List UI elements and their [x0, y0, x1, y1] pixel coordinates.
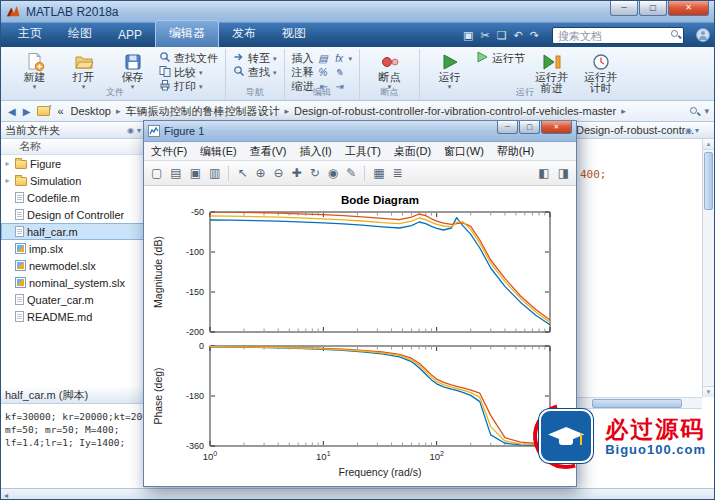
menu-window[interactable]: 窗口(W) [444, 144, 484, 159]
quick-cut-icon[interactable]: ✂ [480, 29, 489, 41]
file-row-nominal-system[interactable]: nominal_system.slx [1, 274, 145, 291]
editor-vertical-scrollbar[interactable]: ▲ ▼ [702, 139, 714, 397]
insert-legend-icon[interactable]: ≣ [393, 166, 403, 180]
figure-title-bar[interactable]: Figure 1 ─ ▢ ✕ [144, 121, 576, 142]
save-figure-icon[interactable]: ▣ [190, 166, 201, 180]
breadcrumb-item-desktop[interactable]: Desktop [69, 105, 113, 117]
expand-icon[interactable]: ▸ [3, 176, 12, 185]
file-row-readme[interactable]: README.md [1, 308, 145, 325]
find-files-button[interactable]: 查找文件 [159, 52, 218, 64]
maximize-button[interactable]: ▢ [639, 1, 667, 16]
comment-icon[interactable]: % [317, 67, 330, 78]
tab-editor[interactable]: 编辑器 [155, 20, 219, 47]
scrollbar-thumb[interactable] [704, 152, 713, 210]
menu-edit[interactable]: 编辑(E) [200, 144, 237, 159]
menu-help[interactable]: 帮助(H) [497, 144, 534, 159]
breadcrumb-collapse[interactable]: « [55, 105, 65, 117]
breakpoints-button[interactable]: 断点 ▾ [367, 50, 412, 90]
breadcrumb-item-project-cn[interactable]: 车辆振动控制的鲁棒控制器设计 [123, 104, 281, 119]
uncomment-icon[interactable]: ✎ [333, 67, 346, 78]
search-icon[interactable] [670, 29, 681, 40]
show-plot-tools-icon[interactable]: ◨ [558, 166, 569, 180]
figure-maximize-button[interactable]: ▢ [519, 121, 540, 134]
tab-home[interactable]: 主页 [5, 21, 55, 47]
brush-data-icon[interactable]: ✎ [346, 166, 356, 180]
figure-close-button[interactable]: ✕ [541, 121, 572, 134]
tab-view[interactable]: 视图 [269, 21, 319, 47]
scroll-down-icon[interactable]: ▼ [703, 386, 714, 397]
up-folder-icon[interactable] [37, 106, 50, 116]
file-row-quater-car[interactable]: Quater_car.m [1, 291, 145, 308]
tab-apps[interactable]: APP [105, 24, 155, 47]
name-column-header[interactable]: 名称 [1, 139, 145, 155]
figure-window[interactable]: Figure 1 ─ ▢ ✕ 文件(F) 编辑(E) 查看(V) 插入(I) 工… [143, 120, 577, 487]
chevron-down-icon[interactable]: ▾ [704, 106, 709, 116]
file-row-half-car[interactable]: half_car.m [1, 223, 145, 240]
search-input[interactable] [552, 27, 684, 44]
status-toggle-icon[interactable]: ◂ [4, 491, 8, 500]
quick-redo-icon[interactable]: ↷ [530, 29, 539, 41]
menu-insert[interactable]: 插入(I) [299, 144, 331, 159]
minimize-button[interactable]: ─ [610, 1, 638, 16]
menu-desktop[interactable]: 桌面(D) [394, 144, 431, 159]
compare-button[interactable]: 比较 ▾ [159, 66, 218, 78]
scroll-up-icon[interactable]: ▲ [703, 139, 714, 150]
insert-button[interactable]: 插入 ▤ fx ▾ [292, 52, 353, 64]
bode-plot: Bode Diagram-50-100-150-200Magnitude (dB… [146, 188, 574, 484]
quick-copy-icon[interactable]: ❏ [497, 29, 507, 41]
panel-menu-icon[interactable]: ◉ [685, 126, 692, 135]
new-figure-icon[interactable]: ▢ [151, 166, 162, 180]
expand-icon[interactable]: ▸ [3, 159, 12, 168]
folder-search-icon[interactable] [689, 106, 700, 117]
menu-view[interactable]: 查看(V) [250, 144, 287, 159]
save-button[interactable]: 保存 ▾ [110, 50, 155, 90]
zoom-in-icon[interactable]: ⊕ [255, 166, 265, 180]
new-script-button[interactable]: 新建 ▾ [12, 50, 57, 90]
forward-icon[interactable]: ▶ [21, 106, 33, 117]
pan-icon[interactable]: ✚ [292, 166, 302, 180]
data-cursor-icon[interactable]: ◉ [328, 166, 338, 180]
breadcrumb-separator: ▸ [621, 106, 626, 116]
figure-minimize-button[interactable]: ─ [497, 121, 518, 134]
quick-undo-icon[interactable]: ↶ [514, 29, 523, 41]
tab-plots[interactable]: 绘图 [55, 21, 105, 47]
comment-button[interactable]: 注释 % ✎ [292, 66, 353, 78]
insert-function-icon[interactable]: fx [333, 53, 346, 64]
chevron-down-icon[interactable]: ▾ [137, 126, 141, 135]
tab-publish[interactable]: 发布 [219, 21, 269, 47]
panel-menu-icon[interactable]: ◉ [127, 126, 134, 135]
breadcrumb-item-project[interactable]: Design-of-robust-controller-for-vibratio… [292, 105, 618, 117]
quick-save-icon[interactable]: ▣ [463, 29, 473, 41]
run-section-button[interactable]: 运行节 [476, 52, 525, 64]
file-row-design-of-controller[interactable]: Design of Controller [1, 206, 145, 223]
svg-text:-50: -50 [191, 207, 204, 217]
svg-text:-150: -150 [186, 287, 204, 297]
menu-tools[interactable]: 工具(T) [345, 144, 381, 159]
file-row-newmodel[interactable]: newmodel.slx [1, 257, 145, 274]
editor-code-fragment[interactable]: 400; [580, 168, 607, 181]
profile-icon[interactable] [696, 28, 710, 42]
insert-section-icon[interactable]: ▤ [317, 53, 330, 64]
open-button[interactable]: 打开 ▾ [61, 50, 106, 90]
file-row-simulation[interactable]: ▸ Simulation [1, 172, 145, 189]
file-row-codefile[interactable]: Codefile.m [1, 189, 145, 206]
find-button[interactable]: 查找 ▾ [233, 66, 277, 78]
goto-button[interactable]: 转至 ▾ [233, 52, 277, 64]
open-file-icon[interactable]: ▤ [170, 166, 181, 180]
file-row-imp[interactable]: imp.slx [1, 240, 145, 257]
insert-colorbar-icon[interactable]: ▦ [373, 166, 384, 180]
close-button[interactable]: ✕ [668, 1, 709, 16]
hide-plot-tools-icon[interactable]: ◧ [538, 166, 549, 180]
rotate-3d-icon[interactable]: ↻ [310, 166, 320, 180]
back-icon[interactable]: ◀ [6, 106, 18, 117]
breadcrumb-separator: ▸ [284, 106, 289, 116]
chevron-down-icon[interactable]: ▾ [695, 126, 699, 135]
print-figure-icon[interactable]: ▥ [209, 166, 220, 180]
zoom-out-icon[interactable]: ⊖ [274, 166, 284, 180]
code-preview-line: kf=30000; kr=20000;kt=200000... [5, 410, 141, 423]
file-row-figure[interactable]: ▸ Figure [1, 155, 145, 172]
edit-pointer-icon[interactable]: ↖ [237, 166, 247, 180]
file-details-header[interactable]: half_car.m (脚本) [1, 387, 145, 404]
run-button[interactable]: 运行 ▾ [427, 50, 472, 90]
menu-file[interactable]: 文件(F) [151, 144, 187, 159]
